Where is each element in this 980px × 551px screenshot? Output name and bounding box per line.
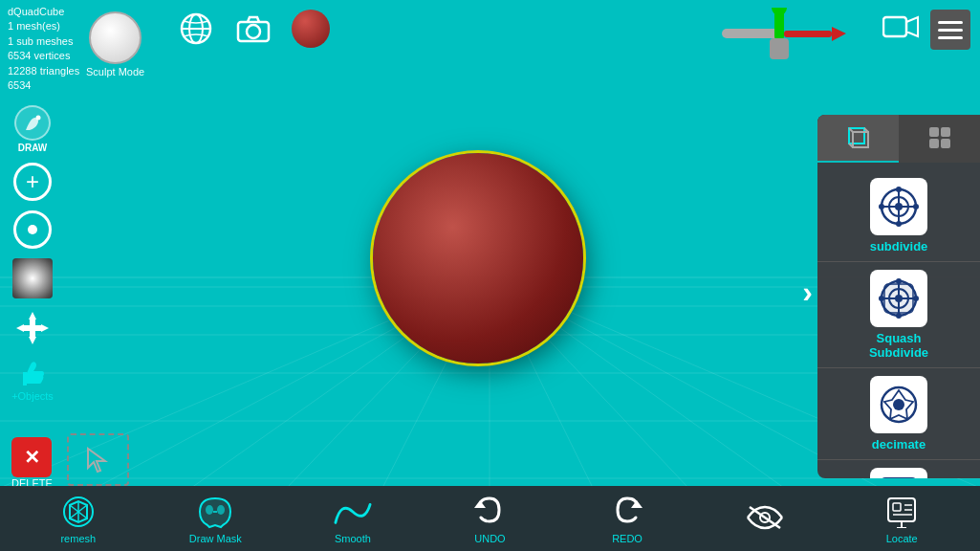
tab-grid[interactable] xyxy=(899,115,980,163)
svg-point-62 xyxy=(896,278,902,284)
hamburger-line xyxy=(938,21,963,24)
decimate-label: decimate xyxy=(872,437,926,452)
draw-tool-button[interactable]: DRAW xyxy=(9,105,56,153)
undo-label: UNDO xyxy=(474,533,505,544)
circle-tool-button[interactable] xyxy=(13,210,52,249)
svg-point-31 xyxy=(36,115,41,120)
svg-point-63 xyxy=(896,313,902,319)
svg-marker-80 xyxy=(474,500,486,508)
svg-point-25 xyxy=(772,8,787,15)
svg-marker-81 xyxy=(631,500,642,508)
svg-rect-40 xyxy=(853,132,868,147)
svg-rect-47 xyxy=(941,139,950,148)
undo-button[interactable]: UNDO xyxy=(456,493,523,544)
tool-item-squash-subdivide[interactable]: SquashSubdivide xyxy=(817,262,980,368)
add-button[interactable]: + xyxy=(13,163,52,201)
axis-widget xyxy=(722,8,846,60)
svg-rect-66 xyxy=(884,284,913,313)
eye-closed-icon xyxy=(746,498,784,537)
svg-point-55 xyxy=(879,204,884,209)
svg-point-78 xyxy=(217,505,225,515)
smooth-bottom-button[interactable]: Smooth xyxy=(319,493,386,544)
svg-marker-30 xyxy=(906,17,918,36)
draw-label: DRAW xyxy=(18,143,48,153)
hamburger-line xyxy=(938,36,963,39)
svg-rect-44 xyxy=(929,127,939,137)
squash-subdivide-label: SquashSubdivide xyxy=(869,331,928,360)
thumbs-up-icon xyxy=(16,358,49,390)
top-center-toolbar xyxy=(177,10,330,48)
delete-button[interactable]: ✕ DELETE xyxy=(11,437,53,489)
right-panel: subdivide SquashSubdivide xyxy=(817,115,980,478)
smooth-bottom-icon xyxy=(334,493,372,531)
svg-rect-26 xyxy=(784,31,832,37)
svg-rect-46 xyxy=(929,139,939,148)
sculpt-mode-button[interactable]: Sculpt Mode xyxy=(86,11,144,77)
svg-rect-29 xyxy=(883,17,906,36)
subdivide-icon-box xyxy=(870,178,927,235)
hide-button[interactable] xyxy=(731,498,798,539)
globe-icon-button[interactable] xyxy=(177,10,215,48)
svg-rect-28 xyxy=(770,38,789,59)
hamburger-menu-button[interactable] xyxy=(930,10,970,50)
add-objects-button[interactable]: +Objects xyxy=(11,358,54,402)
smooth-icon-box xyxy=(870,468,927,478)
svg-point-54 xyxy=(896,221,902,227)
panel-tabs xyxy=(817,115,980,163)
panel-content: subdivide SquashSubdivide xyxy=(817,163,980,478)
bottom-toolbar: remesh Draw Mask Smooth xyxy=(0,486,980,551)
svg-rect-45 xyxy=(941,127,950,137)
draw-mask-icon xyxy=(196,493,234,531)
svg-point-77 xyxy=(206,505,213,515)
svg-point-22 xyxy=(247,25,260,38)
remesh-icon xyxy=(59,493,98,531)
selection-cursor-box xyxy=(67,433,129,486)
circle-dot-inner xyxy=(28,225,37,234)
redo-button[interactable]: REDO xyxy=(594,493,661,544)
sculpt-mode-icon xyxy=(89,11,142,64)
squash-subdivide-icon-box xyxy=(870,270,927,327)
svg-point-56 xyxy=(913,204,919,209)
hamburger-line xyxy=(938,29,963,32)
camera-icon-button[interactable] xyxy=(234,10,272,48)
sculpt-mode-label: Sculpt Mode xyxy=(86,66,144,77)
subdivide-label: subdivide xyxy=(870,239,928,253)
svg-marker-27 xyxy=(832,27,846,41)
locate-label: Locate xyxy=(886,533,918,544)
texture-tool-button[interactable] xyxy=(12,258,53,298)
delete-icon: ✕ xyxy=(11,437,52,477)
svg-rect-85 xyxy=(893,503,901,511)
draw-mask-label: Draw Mask xyxy=(189,533,242,544)
remesh-label: remesh xyxy=(60,533,96,544)
svg-point-64 xyxy=(879,296,884,301)
expand-panel-button[interactable]: › xyxy=(802,275,813,310)
decimate-icon-box xyxy=(870,376,927,433)
svg-point-53 xyxy=(896,187,902,192)
redo-label: REDO xyxy=(612,533,642,544)
draw-icon xyxy=(14,105,51,141)
3d-sphere xyxy=(373,153,583,364)
tool-item-smooth[interactable]: smooth xyxy=(817,460,980,478)
smooth-bottom-label: Smooth xyxy=(335,533,371,544)
locate-button[interactable]: Locate xyxy=(868,493,935,544)
redo-icon xyxy=(608,493,646,531)
draw-mask-button[interactable]: Draw Mask xyxy=(182,493,249,544)
top-right-toolbar xyxy=(882,10,970,50)
move-tool-button[interactable] xyxy=(12,308,53,348)
locate-icon xyxy=(882,493,921,531)
tool-item-decimate[interactable]: decimate xyxy=(817,368,980,460)
undo-icon xyxy=(470,493,509,531)
video-camera-button[interactable] xyxy=(882,13,919,47)
svg-point-65 xyxy=(913,296,919,301)
tab-3d-cube[interactable] xyxy=(817,115,899,163)
object-thumbnail[interactable] xyxy=(292,10,330,48)
svg-marker-38 xyxy=(88,449,105,472)
tool-item-subdivide[interactable]: subdivide xyxy=(817,170,980,262)
svg-rect-69 xyxy=(880,477,918,478)
remesh-button[interactable]: remesh xyxy=(45,493,112,544)
svg-rect-37 xyxy=(22,325,43,331)
svg-point-68 xyxy=(893,399,904,410)
add-objects-label: +Objects xyxy=(11,390,54,402)
